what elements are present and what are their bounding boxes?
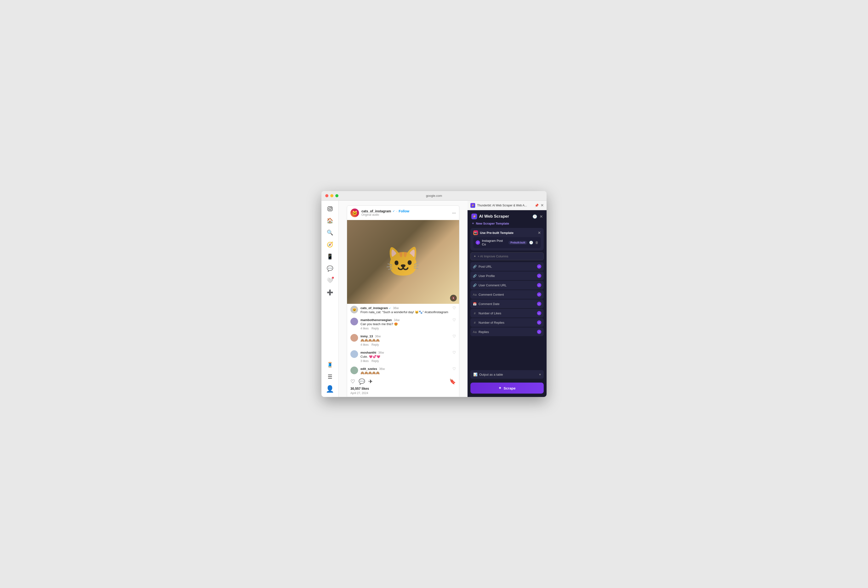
close-traffic-light[interactable]: [325, 194, 328, 197]
ext-pin-icon[interactable]: 📌: [534, 203, 539, 207]
comment-reply-btn[interactable]: Reply: [372, 343, 379, 346]
comment-like-icon[interactable]: ♡: [452, 367, 456, 371]
traffic-lights: [325, 194, 338, 197]
field-item-comment-content[interactable]: Aa Comment Content ✓: [470, 290, 544, 299]
svg-point-1: [329, 208, 331, 210]
history-icon[interactable]: 🕐: [533, 214, 537, 219]
comment-text: Cute. 💗💞💗: [360, 355, 450, 358]
new-template-button[interactable]: ＋ New Scraper Template: [468, 221, 546, 228]
field-item-number-of-likes[interactable]: # Number of Likes ✓: [470, 309, 544, 317]
field-type-icon: #: [473, 311, 477, 315]
comment-likes[interactable]: 4 likes: [360, 343, 369, 346]
ai-improve-button[interactable]: ✦ + AI Improve Columns: [470, 252, 544, 260]
plus-icon: ＋: [471, 221, 474, 225]
minimize-traffic-light[interactable]: [330, 194, 334, 197]
title-bar: google.com: [322, 191, 546, 200]
comment-like-icon[interactable]: ♡: [452, 350, 456, 355]
prebuilt-close-icon[interactable]: ✕: [538, 231, 541, 235]
post-more-icon[interactable]: ···: [452, 211, 456, 215]
ig-logo-icon[interactable]: [325, 203, 335, 214]
maximize-traffic-light[interactable]: [335, 194, 338, 197]
comment-username[interactable]: mambothenorwegian: [360, 318, 392, 322]
comment-like-icon[interactable]: ♡: [452, 318, 456, 322]
comment-text: 🙈🙈🙈🙈🙈: [360, 371, 450, 375]
ext-header-icons: 🕐 ✕: [533, 214, 543, 219]
field-item-post-url[interactable]: 🔗 Post URL ✓: [470, 262, 544, 271]
scrape-button[interactable]: ✦ Scrape: [470, 383, 544, 393]
comment-avatar: 🐱: [350, 306, 358, 313]
comment-avatar: [350, 318, 358, 326]
field-type-icon: 📅: [473, 302, 477, 306]
template-name: Instagram Post Co: [482, 239, 506, 246]
comment-likes[interactable]: 4 likes: [360, 327, 369, 330]
field-check-icon: ✓: [537, 292, 541, 297]
field-name-label: User Comment URL: [478, 283, 535, 287]
field-check-icon: ✓: [537, 330, 541, 334]
field-check-icon: ✓: [537, 264, 541, 269]
scrape-label: Scrape: [503, 386, 515, 390]
comment-item: edit_szeles 36w 🙈🙈🙈🙈🙈 ♡: [347, 365, 459, 377]
ai-improve-label: + AI Improve Columns: [478, 255, 508, 258]
profile-avatar[interactable]: 👤: [325, 383, 335, 394]
comment-avatar: [350, 350, 358, 358]
comment-likes[interactable]: 3 likes: [360, 360, 369, 363]
field-name-label: Post URL: [478, 265, 535, 268]
menu-icon[interactable]: ☰: [325, 371, 335, 382]
output-row[interactable]: 📊 Output as a table ▾: [470, 370, 544, 379]
comment-text: From nala_cat: "Such a wonderful day! 😸🐾…: [360, 310, 450, 314]
field-name-label: Number of Replies: [478, 321, 535, 324]
field-item-number-of-replies[interactable]: # Number of Replies ✓: [470, 318, 544, 327]
field-item-replies[interactable]: Aa Replies ✓: [470, 327, 544, 336]
follow-button[interactable]: Follow: [399, 209, 409, 213]
comment-username[interactable]: edit_szeles: [360, 367, 377, 371]
comment-time: 36w: [379, 367, 385, 371]
comment-action-icon[interactable]: 💬: [359, 379, 365, 385]
ext-close-button[interactable]: ✕: [540, 203, 544, 208]
field-item-user-profile[interactable]: 🔗 User Profile ✓: [470, 271, 544, 280]
ext-app-logo: ⚡: [471, 214, 477, 219]
comment-verified-badge: ✓: [389, 307, 391, 309]
mute-button[interactable]: 🔇: [450, 295, 457, 301]
comment-reply-btn[interactable]: Reply: [372, 327, 379, 330]
comment-reply-btn[interactable]: Reply: [372, 360, 379, 363]
reels-icon[interactable]: 📱: [325, 251, 335, 262]
ext-header-close-icon[interactable]: ✕: [540, 214, 543, 219]
template-row[interactable]: ✓ Instagram Post Co Prebuilt-built 🕐 🗑: [473, 237, 541, 248]
field-item-user-comment-url[interactable]: 🔗 User Comment URL ✓: [470, 281, 544, 289]
ai-improve-plus-icon: ✦: [474, 255, 476, 258]
template-delete-icon[interactable]: 🗑: [535, 240, 539, 245]
home-icon[interactable]: 🏠: [325, 215, 335, 226]
comment-item: moshanthi 36w Cute. 💗💞💗 3 likes Reply ♡: [347, 348, 459, 365]
messages-icon[interactable]: 💬: [325, 263, 335, 274]
prebuilt-template-box: 📷 Use Pre-built Template ✕ ✓ Instagram P…: [470, 228, 544, 251]
field-check-icon: ✓: [537, 283, 541, 287]
extension-panel: ⚡ Thunderbit: AI Web Scraper & Web A... …: [468, 200, 546, 397]
prebuilt-badge: Prebuilt-built: [508, 241, 527, 245]
field-name-label: Replies: [478, 330, 535, 334]
fields-list: 🔗 Post URL ✓ 🔗 User Profile ✓ 🔗 User Com…: [468, 262, 546, 369]
search-icon[interactable]: 🔍: [325, 227, 335, 238]
ext-header: ⚡ AI Web Scraper 🕐 ✕: [468, 210, 546, 221]
comment-username[interactable]: cats_of_instagram: [360, 306, 388, 310]
comment-username[interactable]: inmy_13: [360, 335, 373, 338]
comment-item: inmy_13 36w 🙈🙈🙈🙈🙈 4 likes Reply ♡: [347, 332, 459, 348]
comment-like-icon[interactable]: ♡: [452, 334, 456, 339]
create-icon[interactable]: ➕: [325, 287, 335, 298]
field-item-comment-date[interactable]: 📅 Comment Date ✓: [470, 299, 544, 308]
notifications-icon[interactable]: 🤍: [325, 275, 335, 286]
table-icon: 📊: [473, 373, 477, 376]
prebuilt-header: 📷 Use Pre-built Template ✕: [473, 230, 541, 235]
template-history-icon[interactable]: 🕐: [529, 240, 533, 245]
comment-like-icon[interactable]: ♡: [452, 306, 456, 310]
threads-icon[interactable]: 🧵: [325, 360, 335, 370]
like-action-icon[interactable]: ♡: [350, 379, 355, 385]
bookmark-action-icon[interactable]: 🔖: [449, 379, 456, 385]
prebuilt-label: Use Pre-built Template: [480, 231, 514, 234]
ext-title-bar: ⚡ Thunderbit: AI Web Scraper & Web A... …: [468, 200, 546, 210]
comment-avatar: [350, 367, 358, 374]
post-image: 🐱 🔇: [347, 220, 459, 304]
share-action-icon[interactable]: ✈: [368, 379, 373, 385]
comment-username[interactable]: moshanthi: [360, 351, 376, 354]
field-check-icon: ✓: [537, 302, 541, 306]
explore-icon[interactable]: 🧭: [325, 239, 335, 250]
